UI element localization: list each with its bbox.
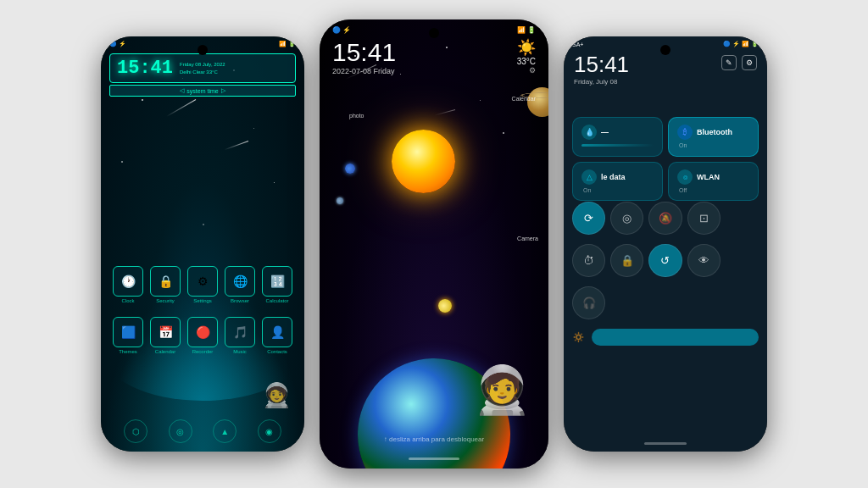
astronaut-center-icon: 🧑‍🚀 xyxy=(473,363,531,418)
left-app-calculator[interactable]: 🔢 Calculator xyxy=(262,266,292,303)
center-status-icons: 🔵 ⚡ xyxy=(332,26,351,34)
right-camera-hole xyxy=(660,45,670,55)
sun xyxy=(392,130,455,193)
contacts-icon-box: 👤 xyxy=(262,317,292,347)
ctrl-rotate[interactable]: ⟳ xyxy=(572,202,605,235)
phone-right: SA+ 🔵 ⚡ 📶 🔋 15:41 Friday, July 08 ✎ ⚙ xyxy=(564,36,767,452)
clock-label: Clock xyxy=(121,298,134,303)
edit-icon[interactable]: ✎ xyxy=(721,55,737,70)
clock-icon-box: 🕐 xyxy=(113,266,143,297)
tile-wlan-header: ⌾ WLAN xyxy=(677,169,749,185)
left-app-security[interactable]: 🔒 Security xyxy=(150,266,181,303)
left-app-settings[interactable]: ⚙ Settings xyxy=(187,266,218,303)
right-home-indicator xyxy=(644,442,687,445)
right-header-icons: ✎ ⚙ xyxy=(721,55,757,70)
center-camera-hole xyxy=(429,28,439,38)
quick-tiles: 💧 — ₿ Bluetooth On △ xyxy=(572,117,759,201)
left-app-row2: 🟦 Themes 📅 Calendar 🔴 Recorder 🎵 Music 👤 xyxy=(101,317,304,354)
left-system-label: system time xyxy=(186,88,218,94)
left-time: 15:41 xyxy=(117,58,173,79)
ctrl-gps[interactable]: ◎ xyxy=(610,202,643,235)
tile-water[interactable]: 💧 — xyxy=(572,117,663,157)
center-home-indicator xyxy=(409,458,459,460)
ctrl-fullscreen[interactable]: ⊡ xyxy=(687,202,721,235)
ctrl-replay[interactable]: ↺ xyxy=(648,244,682,277)
left-app-recorder[interactable]: 🔴 Recorder xyxy=(187,317,218,354)
gray-planet xyxy=(337,197,343,204)
ctrl-eye[interactable]: 👁 xyxy=(687,244,721,277)
phone-left: 🔵 ⚡ 📶 🔋 15:41 Friday 08 July, 2022 Delhi… xyxy=(101,36,304,452)
tile-water-title: — xyxy=(601,128,609,136)
browser-label: Browser xyxy=(231,298,249,303)
music-icon-box: 🎵 xyxy=(225,317,255,347)
unlock-text: ↑ desliza arriba para desbloquear xyxy=(320,435,548,443)
left-dock-icon2[interactable]: ◎ xyxy=(169,419,192,443)
left-app-calendar[interactable]: 📅 Calendar xyxy=(150,317,181,354)
settings-icon-box: ⚙ xyxy=(187,266,218,297)
ctrl-mute[interactable]: 🔕 xyxy=(648,202,682,235)
recorder-label: Recorder xyxy=(192,349,214,354)
ctrl-row2: ⏱ 🔒 ↺ 👁 xyxy=(572,244,759,277)
left-clock-info: Friday 08 July, 2022 Delhi Clear 33°C xyxy=(180,61,225,75)
security-icon-box: 🔒 xyxy=(150,266,181,297)
right-header: 15:41 Friday, July 08 ✎ ⚙ xyxy=(574,52,757,86)
tile-data-header: △ le data xyxy=(581,169,654,185)
tile-wlan-status: Off xyxy=(677,187,749,193)
brightness-icon: 🔅 xyxy=(572,331,585,343)
browser-icon-box: 🌐 xyxy=(225,266,255,297)
right-time: 15:41 xyxy=(574,52,629,78)
mobile-data-icon: △ xyxy=(581,169,597,185)
themes-label: Themes xyxy=(119,349,137,354)
tile-bt-status: On xyxy=(677,142,749,148)
center-signal-icons: 📶 🔋 xyxy=(517,26,536,34)
center-weather: ☀️ 33°C ⚙ xyxy=(517,38,536,75)
tile-wlan[interactable]: ⌾ WLAN Off xyxy=(668,162,759,201)
right-date: Friday, July 08 xyxy=(574,78,629,86)
tile-bluetooth[interactable]: ₿ Bluetooth On xyxy=(668,117,759,157)
brightness-bar[interactable] xyxy=(592,329,759,346)
left-system-time: ◁ system time ▷ xyxy=(109,85,296,97)
calendar-label-center[interactable]: Calendar xyxy=(512,96,536,102)
ctrl-timer[interactable]: ⏱ xyxy=(572,244,605,277)
left-status-icons: 🔵 ⚡ xyxy=(109,41,126,47)
left-app-contacts[interactable]: 👤 Contacts xyxy=(262,317,292,354)
tile-mobile-data[interactable]: △ le data On xyxy=(572,162,663,201)
photo-label[interactable]: photo xyxy=(349,113,364,119)
calculator-label: Calculator xyxy=(265,298,288,303)
phones-container: 🔵 ⚡ 📶 🔋 15:41 Friday 08 July, 2022 Delhi… xyxy=(0,0,868,488)
left-app-clock[interactable]: 🕐 Clock xyxy=(113,266,143,303)
left-dock-icon1[interactable]: ⬡ xyxy=(124,419,147,443)
wlan-icon: ⌾ xyxy=(677,169,693,185)
tile-data-status: On xyxy=(581,187,654,193)
music-label: Music xyxy=(233,349,247,354)
right-carrier: SA+ xyxy=(572,42,583,47)
center-clock: 15:41 2022-07-08 Friday xyxy=(332,38,396,75)
tile-wlan-title: WLAN xyxy=(697,173,720,181)
security-label: Security xyxy=(156,298,175,303)
left-screen: 🔵 ⚡ 📶 🔋 15:41 Friday 08 July, 2022 Delhi… xyxy=(101,36,304,452)
yellow-planet xyxy=(438,299,452,313)
center-temp: 33°C xyxy=(517,57,536,66)
left-dock-icon4[interactable]: ◉ xyxy=(258,419,281,443)
center-time: 15:41 xyxy=(332,38,396,67)
left-app-music[interactable]: 🎵 Music xyxy=(225,317,255,354)
ctrl-lock[interactable]: 🔒 xyxy=(610,244,643,277)
settings-icon[interactable]: ⚙ xyxy=(742,55,757,70)
left-app-browser[interactable]: 🌐 Browser xyxy=(225,266,255,303)
left-bottom-bar: ⬡ ◎ ▲ ◉ xyxy=(101,419,304,443)
left-dock-icon3[interactable]: ▲ xyxy=(213,419,236,443)
ctrl-row3: 🎧 xyxy=(572,286,759,319)
themes-icon-box: 🟦 xyxy=(113,317,143,347)
camera-label[interactable]: Camera xyxy=(517,236,538,241)
tile-bt-header: ₿ Bluetooth xyxy=(677,125,749,140)
left-app-themes[interactable]: 🟦 Themes xyxy=(113,317,143,354)
contacts-label: Contacts xyxy=(267,349,287,354)
tile-water-bar xyxy=(581,144,654,147)
bluetooth-icon: ₿ xyxy=(677,125,693,140)
left-app-row1: 🕐 Clock 🔒 Security ⚙ Settings 🌐 Browser … xyxy=(101,266,304,303)
ctrl-headphone[interactable]: 🎧 xyxy=(572,286,605,319)
left-date: Friday 08 July, 2022 xyxy=(180,61,225,68)
water-icon: 💧 xyxy=(581,125,597,140)
recorder-icon-box: 🔴 xyxy=(187,317,218,347)
left-signal-icons: 📶 🔋 xyxy=(279,41,296,47)
